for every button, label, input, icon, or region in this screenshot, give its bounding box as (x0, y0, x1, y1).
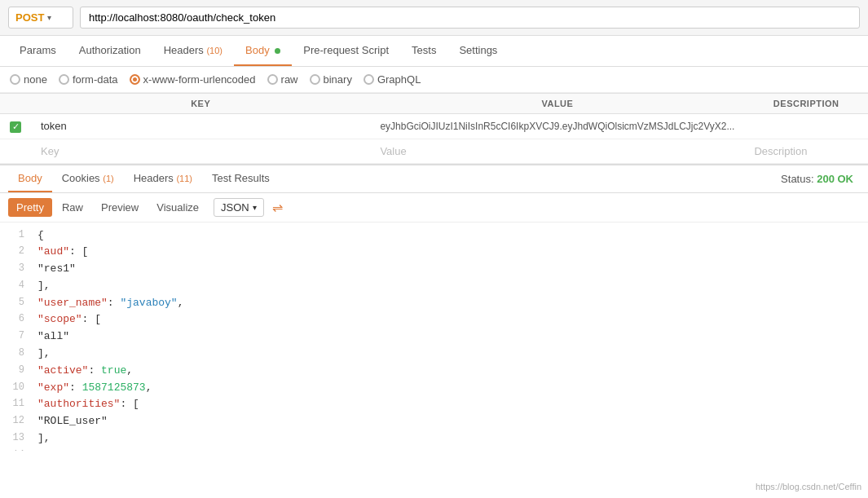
json-line: 1{ (0, 227, 868, 245)
body-type-form-data[interactable]: form-data (59, 73, 118, 86)
col-checkbox (0, 94, 31, 114)
tab-headers[interactable]: Headers (10) (152, 36, 234, 66)
body-type-raw[interactable]: raw (267, 73, 298, 86)
col-desc-header: DESCRIPTION (744, 94, 868, 114)
json-line: 6 "scope": [ (0, 311, 868, 328)
key-value-table: KEY VALUE DESCRIPTION ✓ token eyJhbGciOi… (0, 93, 868, 164)
json-line: 2 "aud": [ (0, 244, 868, 261)
response-tab-cookies[interactable]: Cookies (1) (52, 165, 124, 192)
body-dot (275, 48, 280, 54)
format-selector[interactable]: JSON ▾ (214, 198, 264, 217)
request-tab-nav: Params Authorization Headers (10) Body P… (0, 36, 868, 67)
body-type-urlencoded[interactable]: x-www-form-urlencoded (130, 73, 256, 86)
radio-raw (267, 74, 278, 85)
radio-none (10, 74, 20, 85)
status-code: 200 OK (817, 173, 853, 185)
body-type-graphql[interactable]: GraphQL (364, 73, 421, 86)
method-dropdown-arrow: ▾ (47, 13, 51, 22)
response-tab-headers[interactable]: Headers (11) (124, 165, 202, 192)
tab-authorization[interactable]: Authorization (68, 36, 152, 66)
response-tab-test-results[interactable]: Test Results (202, 165, 280, 192)
empty-table-row: Key Value Description (0, 139, 868, 163)
tab-prerequest[interactable]: Pre-request Script (292, 36, 400, 66)
json-line: 10 "exp": 1587125873, (0, 380, 868, 397)
col-value-header: VALUE (370, 94, 744, 114)
json-line: 9 "active": true, (0, 363, 868, 380)
tab-body[interactable]: Body (234, 36, 292, 66)
tab-settings[interactable]: Settings (447, 36, 509, 66)
wrap-icon[interactable]: ⇌ (272, 200, 283, 215)
body-type-bar: none form-data x-www-form-urlencoded raw… (0, 67, 868, 93)
format-dropdown-arrow: ▾ (253, 203, 257, 212)
response-view-bar: Pretty Raw Preview Visualize JSON ▾ ⇌ (0, 193, 868, 223)
json-line: 8 ], (0, 346, 868, 363)
empty-key[interactable]: Key (31, 139, 370, 163)
empty-description[interactable]: Description (744, 139, 868, 163)
method-label: POST (15, 11, 44, 24)
token-value-text: eyJhbGciOiJIUzI1NiIsInR5cCI6IkpXVCJ9.eyJ… (380, 121, 734, 132)
json-line: 12 "ROLE_user" (0, 413, 868, 430)
view-preview-button[interactable]: Preview (93, 198, 147, 217)
headers-badge: (10) (206, 46, 223, 55)
body-type-none[interactable]: none (10, 73, 47, 86)
method-selector[interactable]: POST ▾ (8, 7, 73, 29)
radio-urlencoded (130, 74, 140, 85)
view-visualize-button[interactable]: Visualize (148, 198, 207, 217)
response-section: Body Cookies (1) Headers (11) Test Resul… (0, 164, 868, 451)
url-input[interactable] (80, 7, 860, 29)
json-line: 7 "all" (0, 328, 868, 346)
view-pretty-button[interactable]: Pretty (8, 198, 52, 217)
view-raw-button[interactable]: Raw (54, 198, 91, 217)
json-line: 4 ], (0, 278, 868, 295)
json-line: 3 "res1" (0, 261, 868, 278)
col-key-header: KEY (31, 94, 370, 114)
status-indicator: Status: 200 OK (781, 173, 860, 185)
radio-form-data (59, 74, 69, 85)
checkbox-checked-icon: ✓ (10, 121, 21, 133)
row-description[interactable] (744, 114, 868, 139)
empty-value[interactable]: Value (370, 139, 744, 163)
empty-checkbox-cell (0, 139, 31, 163)
json-line: 11 "authorities": [ (0, 396, 868, 413)
row-key[interactable]: token (31, 114, 370, 139)
body-type-binary[interactable]: binary (310, 73, 352, 86)
response-tab-nav: Body Cookies (1) Headers (11) Test Resul… (0, 165, 868, 193)
json-line: 5 "user_name": "javaboy", (0, 295, 868, 312)
cookies-badge: (1) (103, 174, 113, 183)
url-bar: POST ▾ (0, 0, 868, 36)
json-display: 1{2 "aud": [3 "res1"4 ],5 "user_name": "… (0, 223, 868, 451)
table-row: ✓ token eyJhbGciOiJIUzI1NiIsInR5cCI6IkpX… (0, 114, 868, 139)
json-line: 14 "jti": "291414db-04a0-49dd-9493-8ed05… (0, 447, 868, 451)
tab-params[interactable]: Params (8, 36, 68, 66)
tab-tests[interactable]: Tests (400, 36, 447, 66)
response-tab-body[interactable]: Body (8, 165, 52, 192)
row-value[interactable]: eyJhbGciOiJIUzI1NiIsInR5cCI6IkpXVCJ9.eyJ… (370, 114, 744, 139)
resp-headers-badge: (11) (176, 174, 192, 183)
radio-binary (310, 74, 320, 85)
row-checkbox-cell[interactable]: ✓ (0, 114, 31, 139)
json-line: 13 ], (0, 430, 868, 447)
radio-graphql (364, 74, 374, 85)
